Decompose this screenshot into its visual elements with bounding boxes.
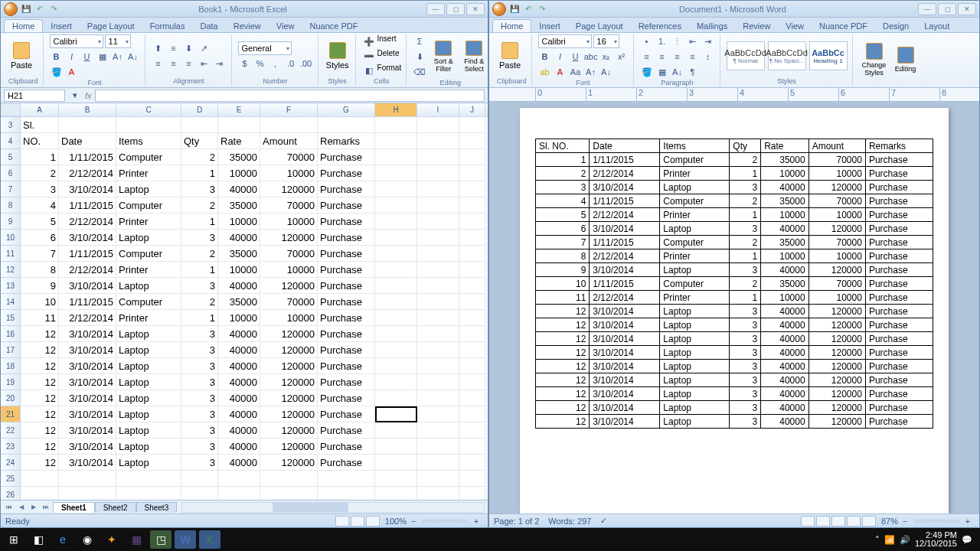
- table-cell[interactable]: 2: [730, 153, 761, 167]
- cell[interactable]: 120000: [260, 422, 318, 439]
- table-cell[interactable]: 1: [730, 167, 761, 181]
- table-cell[interactable]: 2/12/2014: [590, 167, 660, 181]
- cell[interactable]: [459, 246, 485, 262]
- zoom-in-button[interactable]: +: [961, 514, 975, 528]
- table-cell[interactable]: 3/10/2014: [590, 222, 660, 236]
- multilevel-button[interactable]: ⋮: [671, 34, 684, 48]
- sort-button[interactable]: A↓: [671, 65, 684, 79]
- ribbon-tab-data[interactable]: Data: [192, 20, 225, 32]
- cell[interactable]: Purchase: [318, 390, 375, 406]
- table-cell[interactable]: Printer: [660, 291, 730, 305]
- cell[interactable]: [318, 471, 375, 487]
- bullets-button[interactable]: •: [640, 34, 654, 48]
- minimize-button[interactable]: —: [426, 3, 445, 15]
- table-cell[interactable]: Purchase: [865, 291, 933, 305]
- autosum-button[interactable]: Σ: [413, 34, 426, 48]
- row-header[interactable]: 4: [1, 133, 21, 149]
- cell[interactable]: Date: [59, 133, 116, 149]
- table-cell[interactable]: 120000: [808, 387, 865, 401]
- column-header[interactable]: A: [21, 103, 59, 116]
- cell[interactable]: 10000: [218, 310, 260, 326]
- table-cell[interactable]: Printer: [660, 208, 730, 222]
- table-cell[interactable]: 2/12/2014: [590, 249, 660, 263]
- table-cell[interactable]: 40000: [761, 415, 809, 429]
- table-cell[interactable]: 3/10/2014: [590, 263, 660, 277]
- cell[interactable]: Purchase: [318, 342, 375, 358]
- table-header-cell[interactable]: Rate: [761, 139, 809, 153]
- select-all-corner[interactable]: [1, 103, 21, 116]
- cell[interactable]: [318, 117, 375, 133]
- cell[interactable]: 5: [21, 214, 59, 230]
- align-left-button[interactable]: ≡: [152, 57, 165, 70]
- app-icon[interactable]: ▦: [126, 530, 147, 549]
- cell[interactable]: [375, 181, 417, 197]
- horizontal-scrollbar[interactable]: [181, 502, 485, 513]
- row-header[interactable]: 7: [1, 181, 21, 197]
- zoom-in-button[interactable]: +: [469, 514, 483, 528]
- table-cell[interactable]: 2: [536, 167, 590, 181]
- format-cells-button[interactable]: ◧: [362, 64, 376, 77]
- cell[interactable]: Purchase: [318, 246, 375, 262]
- table-cell[interactable]: 2: [730, 277, 761, 291]
- cell[interactable]: 70000: [260, 149, 318, 165]
- cell[interactable]: Purchase: [318, 422, 375, 439]
- indent-dec-button[interactable]: ⇤: [198, 57, 211, 70]
- cell[interactable]: [417, 165, 459, 181]
- zoom-out-button[interactable]: −: [407, 514, 420, 528]
- sort-filter-button[interactable]: Sort & Filter: [430, 40, 457, 73]
- cell[interactable]: NO.: [21, 133, 59, 149]
- cell[interactable]: 3/10/2014: [59, 406, 116, 422]
- cell[interactable]: 3: [181, 230, 218, 246]
- chrome-icon[interactable]: ◉: [77, 530, 98, 549]
- table-cell[interactable]: 10000: [808, 167, 865, 181]
- dec-decimal-button[interactable]: .00: [299, 57, 313, 70]
- cell[interactable]: [218, 487, 260, 500]
- cell[interactable]: 40000: [218, 342, 260, 358]
- row-header[interactable]: 19: [1, 374, 21, 390]
- table-cell[interactable]: 3/10/2014: [590, 305, 660, 318]
- cell[interactable]: [459, 230, 485, 246]
- table-cell[interactable]: 3: [730, 387, 761, 401]
- table-cell[interactable]: 3: [730, 222, 761, 236]
- table-cell[interactable]: 10000: [761, 249, 809, 263]
- cell[interactable]: [375, 422, 417, 439]
- table-cell[interactable]: 1: [730, 291, 761, 305]
- row-header[interactable]: 24: [1, 455, 21, 471]
- zoom-out-button[interactable]: −: [898, 514, 912, 528]
- maximize-button[interactable]: ◻: [938, 3, 956, 15]
- row-header[interactable]: 13: [1, 278, 21, 294]
- cell[interactable]: 7: [21, 246, 59, 262]
- table-cell[interactable]: Laptop: [660, 360, 730, 373]
- cell[interactable]: 12: [21, 326, 59, 342]
- cell[interactable]: [181, 117, 218, 133]
- table-cell[interactable]: 3/10/2014: [590, 318, 660, 332]
- ribbon-tab-mailings[interactable]: Mailings: [689, 20, 735, 32]
- cell[interactable]: 10000: [260, 262, 318, 278]
- cell[interactable]: 3: [181, 374, 218, 390]
- cell[interactable]: Purchase: [318, 214, 375, 230]
- table-cell[interactable]: 120000: [808, 415, 865, 429]
- cell[interactable]: Purchase: [318, 374, 375, 390]
- change-styles-button[interactable]: Change Styles: [859, 41, 890, 79]
- fill-button[interactable]: ⬇: [413, 50, 426, 64]
- app-icon[interactable]: ✦: [101, 530, 122, 549]
- cell[interactable]: [459, 487, 485, 500]
- cell[interactable]: [260, 471, 318, 487]
- table-cell[interactable]: 1/11/2015: [590, 153, 660, 167]
- underline-button[interactable]: U: [569, 50, 583, 64]
- cell[interactable]: [417, 214, 459, 230]
- cell[interactable]: 35000: [218, 294, 260, 310]
- cell[interactable]: 40000: [218, 439, 260, 455]
- cell[interactable]: 10000: [218, 262, 260, 278]
- table-cell[interactable]: 6: [536, 222, 590, 236]
- ribbon-tab-page-layout[interactable]: Page Layout: [568, 20, 631, 32]
- cell[interactable]: [417, 149, 459, 165]
- table-cell[interactable]: 3: [730, 401, 761, 415]
- table-cell[interactable]: Purchase: [865, 277, 933, 291]
- zoom-slider[interactable]: [422, 520, 468, 523]
- cell[interactable]: 1/11/2015: [59, 246, 116, 262]
- minimize-button[interactable]: —: [918, 3, 936, 15]
- cell[interactable]: 120000: [260, 455, 318, 471]
- row-header[interactable]: 12: [1, 262, 21, 278]
- cell[interactable]: Printer: [116, 214, 181, 230]
